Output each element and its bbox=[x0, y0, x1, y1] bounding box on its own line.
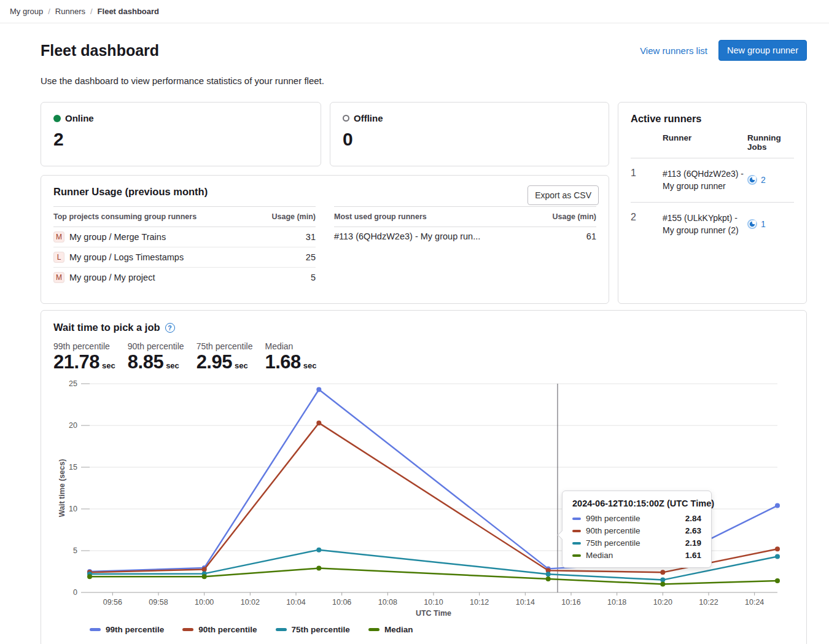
breadcrumb-my-group[interactable]: My group bbox=[10, 7, 43, 16]
tooltip-series-name: 90th percentile bbox=[586, 526, 680, 535]
runner-column-header: Runner bbox=[663, 133, 747, 152]
tooltip-swatch bbox=[572, 554, 581, 557]
export-csv-button[interactable]: Export as CSV bbox=[527, 185, 599, 205]
svg-text:10:24: 10:24 bbox=[745, 598, 764, 607]
tooltip-series-name: 99th percentile bbox=[586, 514, 680, 523]
stat-value: 1.68sec bbox=[265, 351, 316, 373]
project-name: My group / Logs Timestamps bbox=[69, 252, 184, 262]
project-name: My group / My project bbox=[69, 273, 155, 282]
project-avatar: M bbox=[53, 231, 64, 242]
new-group-runner-button[interactable]: New group runner bbox=[718, 40, 807, 61]
running-status-icon bbox=[747, 219, 757, 229]
online-card: Online 2 bbox=[41, 102, 321, 166]
svg-text:10:12: 10:12 bbox=[470, 598, 489, 607]
project-avatar: M bbox=[53, 272, 64, 283]
main-content: Fleet dashboard View runners list New gr… bbox=[0, 40, 829, 644]
svg-text:Wait time (secs): Wait time (secs) bbox=[58, 459, 66, 518]
online-status-icon bbox=[53, 115, 61, 122]
offline-card-label: Offline bbox=[354, 113, 383, 123]
svg-text:09:58: 09:58 bbox=[149, 598, 168, 607]
stat-label: 90th percentile bbox=[128, 341, 184, 351]
legend-item[interactable]: 90th percentile bbox=[182, 625, 257, 634]
svg-text:10:22: 10:22 bbox=[699, 598, 718, 607]
offline-card-value: 0 bbox=[343, 129, 596, 150]
running-status-icon bbox=[747, 175, 757, 185]
percentile-stat: 75th percentile2.95sec bbox=[197, 341, 253, 373]
running-jobs-count[interactable]: 2 bbox=[761, 175, 766, 185]
tooltip-series-value: 2.63 bbox=[685, 526, 701, 535]
tooltip-swatch bbox=[572, 518, 581, 520]
legend-label: Median bbox=[384, 625, 413, 634]
most-used-runners-header: Most used group runners bbox=[334, 212, 427, 221]
svg-text:10:18: 10:18 bbox=[607, 598, 626, 607]
online-card-value: 2 bbox=[53, 129, 308, 150]
top-projects-usage-header: Usage (min) bbox=[271, 212, 316, 221]
offline-status-icon bbox=[343, 115, 349, 122]
running-jobs-cell: 2 bbox=[747, 175, 794, 185]
tooltip-series-row: 90th percentile2.63 bbox=[572, 526, 701, 535]
svg-text:09:56: 09:56 bbox=[103, 598, 122, 607]
most-used-usage-header: Usage (min) bbox=[552, 212, 596, 221]
svg-text:10:20: 10:20 bbox=[653, 598, 672, 607]
table-row: LMy group / Logs Timestamps25 bbox=[53, 247, 316, 268]
tooltip-series-row: Median1.61 bbox=[572, 551, 701, 560]
breadcrumb-separator: / bbox=[90, 7, 93, 16]
wait-time-panel: Wait time to pick a job ? 99th percentil… bbox=[41, 310, 807, 644]
help-icon[interactable]: ? bbox=[165, 323, 175, 333]
breadcrumb-separator: / bbox=[48, 7, 50, 16]
project-cell: MMy group / Merge Trains bbox=[53, 231, 166, 242]
runner-link[interactable]: #155 (ULkKYpkpt) - My group runner (2) bbox=[663, 212, 747, 237]
legend-swatch bbox=[368, 628, 379, 631]
header-divider bbox=[0, 23, 829, 23]
svg-text:10:04: 10:04 bbox=[286, 598, 305, 607]
svg-text:10:06: 10:06 bbox=[332, 598, 351, 607]
legend-label: 75th percentile bbox=[292, 625, 350, 634]
runner-rank: 1 bbox=[631, 168, 663, 193]
runner-name: #113 (6QHdzW2e3) - My group run... bbox=[334, 231, 480, 241]
project-cell: MMy group / My project bbox=[53, 272, 155, 283]
wait-time-title: Wait time to pick a job bbox=[53, 322, 160, 333]
view-runners-list-link[interactable]: View runners list bbox=[640, 45, 707, 56]
tooltip-series-value: 1.61 bbox=[685, 551, 701, 560]
wait-time-chart[interactable]: 051015202509:5609:5810:0010:0210:0410:06… bbox=[53, 379, 794, 623]
svg-text:0: 0 bbox=[73, 588, 77, 597]
svg-text:10:16: 10:16 bbox=[561, 598, 580, 607]
stat-label: 99th percentile bbox=[53, 341, 115, 351]
svg-text:10:02: 10:02 bbox=[241, 598, 260, 607]
stat-label: Median bbox=[265, 341, 316, 351]
stat-unit: sec bbox=[102, 361, 115, 370]
svg-text:10:14: 10:14 bbox=[516, 598, 535, 607]
percentile-stat: 99th percentile21.78sec bbox=[53, 341, 115, 373]
most-used-runners-table: Most used group runners Usage (min) #113… bbox=[334, 206, 596, 287]
legend-item[interactable]: Median bbox=[368, 625, 413, 634]
stat-value: 21.78sec bbox=[53, 351, 115, 373]
tooltip-series-name: 75th percentile bbox=[586, 538, 680, 548]
svg-text:5: 5 bbox=[73, 546, 77, 555]
left-column: Online 2 Offline 0 Runner Usage (previou… bbox=[41, 102, 609, 304]
runner-link[interactable]: #113 (6QHdzW2e3) - My group runner bbox=[663, 168, 747, 193]
stat-unit: sec bbox=[303, 361, 317, 370]
legend-label: 90th percentile bbox=[198, 625, 257, 634]
legend-item[interactable]: 99th percentile bbox=[90, 625, 164, 634]
breadcrumb-runners[interactable]: Runners bbox=[55, 7, 85, 16]
stat-value: 8.85sec bbox=[128, 351, 184, 373]
legend-item[interactable]: 75th percentile bbox=[276, 625, 350, 634]
active-runners-panel: Active runners Runner Running Jobs 1#113… bbox=[618, 102, 807, 304]
table-row: MMy group / My project5 bbox=[53, 268, 316, 287]
running-jobs-count[interactable]: 1 bbox=[761, 219, 766, 229]
stat-label: 75th percentile bbox=[197, 341, 253, 351]
running-jobs-cell: 1 bbox=[747, 219, 794, 229]
svg-text:15: 15 bbox=[69, 463, 77, 471]
svg-text:10:10: 10:10 bbox=[424, 598, 443, 607]
usage-value: 31 bbox=[306, 232, 316, 242]
svg-text:20: 20 bbox=[69, 421, 77, 430]
breadcrumb: My group / Runners / Fleet dashboard bbox=[0, 0, 829, 23]
svg-text:25: 25 bbox=[69, 379, 77, 388]
chart-tooltip: 2024-06-12T10:15:00Z (UTC Time) 99th per… bbox=[562, 491, 712, 568]
runner-rank: 2 bbox=[631, 212, 663, 237]
tooltip-swatch bbox=[572, 530, 581, 532]
legend-swatch bbox=[90, 628, 101, 631]
tooltip-series-value: 2.84 bbox=[685, 514, 701, 523]
percentile-stat: Median1.68sec bbox=[265, 341, 316, 373]
project-cell: LMy group / Logs Timestamps bbox=[53, 252, 184, 263]
